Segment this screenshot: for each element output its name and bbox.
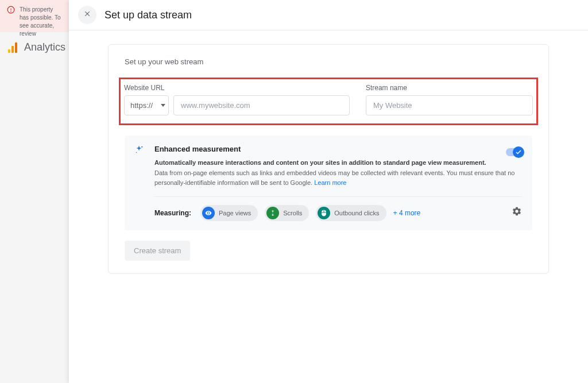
more-link[interactable]: + 4 more <box>393 209 421 217</box>
enhanced-title: Enhanced measurement <box>154 145 522 153</box>
svg-point-2 <box>11 11 11 11</box>
toggle-knob <box>513 146 524 158</box>
enhanced-line1: Automatically measure interactions and c… <box>154 159 486 166</box>
url-field-group: Website URL https:// <box>124 84 350 115</box>
chip-label: Scrolls <box>283 210 302 216</box>
url-input[interactable] <box>173 95 350 115</box>
stream-label: Stream name <box>366 84 533 92</box>
alert-icon <box>7 6 15 26</box>
chip-page-views: Page views <box>200 205 258 221</box>
protocol-value: https:// <box>130 101 153 110</box>
learn-more-link[interactable]: Learn more <box>314 179 346 186</box>
modal-panel: Set up data stream Set up your web strea… <box>69 0 588 383</box>
enhanced-measurement-box: Enhanced measurement Automatically measu… <box>125 136 532 230</box>
gear-icon <box>512 207 522 219</box>
stream-name-group: Stream name <box>366 84 533 115</box>
card-subtitle: Set up your web stream <box>125 57 532 66</box>
modal-header: Set up data stream <box>69 0 588 30</box>
svg-point-4 <box>136 152 137 153</box>
chip-outbound: Outbound clicks <box>316 205 386 221</box>
backdrop-header: Analytics <box>8 41 65 53</box>
sparkle-icon <box>134 145 144 157</box>
url-label: Website URL <box>124 84 350 92</box>
chip-scrolls: Scrolls <box>265 205 309 221</box>
protocol-select[interactable]: https:// <box>124 95 169 115</box>
chevron-down-icon <box>161 104 165 107</box>
enhanced-desc: Automatically measure interactions and c… <box>154 158 522 188</box>
highlight-box: Website URL https:// Stream name <box>119 78 538 125</box>
stream-name-input[interactable] <box>366 95 533 115</box>
alert-text: This property has possible. To see accur… <box>20 6 62 26</box>
close-icon <box>83 10 91 20</box>
url-input-wrap: https:// <box>124 95 350 115</box>
field-row: Website URL https:// Stream name <box>124 84 533 115</box>
scroll-icon <box>266 207 279 219</box>
mouse-icon <box>318 207 330 219</box>
setup-card: Set up your web stream Website URL https… <box>108 44 549 274</box>
svg-point-3 <box>141 146 142 148</box>
measuring-row: Measuring: Page views Scrolls <box>154 205 522 221</box>
modal-content: Set up your web stream Website URL https… <box>69 30 588 288</box>
enhanced-toggle[interactable] <box>506 148 523 156</box>
eye-icon <box>202 207 215 219</box>
chip-label: Page views <box>219 210 251 216</box>
chip-label: Outbound clicks <box>334 210 379 216</box>
close-button[interactable] <box>78 6 96 24</box>
measuring-label: Measuring: <box>154 209 191 217</box>
create-stream-button[interactable]: Create stream <box>125 241 190 261</box>
analytics-logo-icon <box>8 42 18 53</box>
divider <box>154 196 522 197</box>
gear-button[interactable] <box>512 206 522 219</box>
backdrop-panel: This property has possible. To see accur… <box>0 0 69 383</box>
modal-title: Set up data stream <box>105 9 192 21</box>
analytics-label: Analytics <box>24 41 65 53</box>
alert-banner: This property has possible. To see accur… <box>0 0 69 32</box>
